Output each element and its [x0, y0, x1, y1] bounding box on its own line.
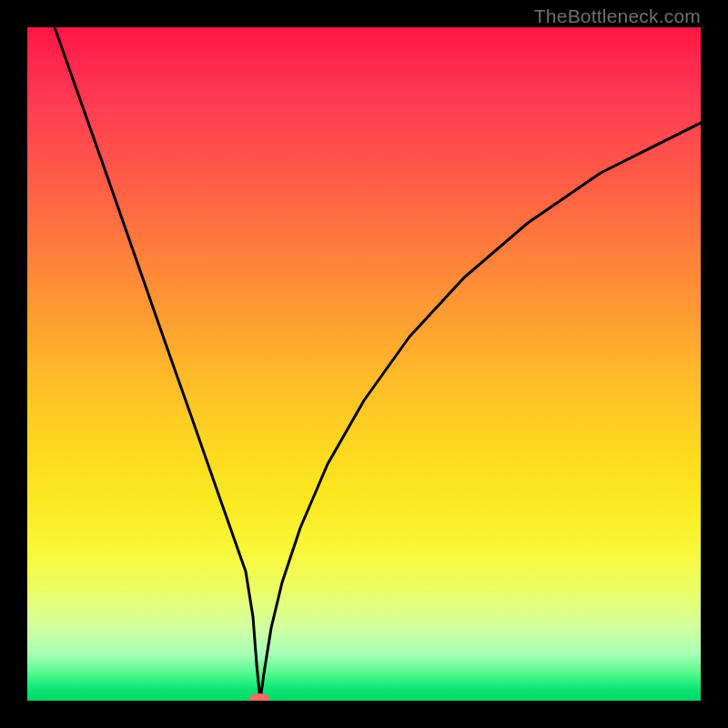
- chart-frame: TheBottleneck.com: [0, 0, 728, 728]
- plot-area: [27, 27, 701, 701]
- bottleneck-curve: [55, 27, 701, 701]
- curve-layer: [27, 27, 701, 701]
- watermark-text: TheBottleneck.com: [534, 5, 701, 27]
- vertex-marker: [249, 693, 269, 701]
